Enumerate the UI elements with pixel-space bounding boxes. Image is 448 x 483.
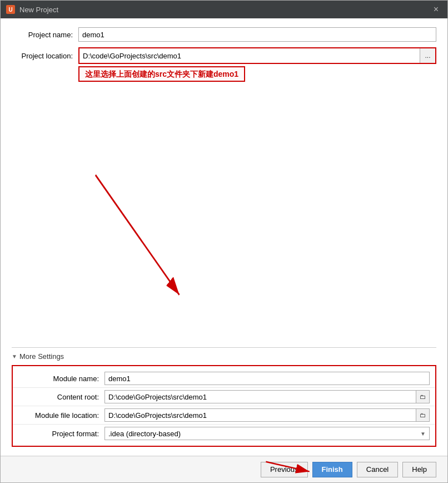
content-root-input[interactable]: [105, 391, 416, 403]
title-bar: U New Project ×: [1, 1, 447, 18]
annotation-text: 这里选择上面创建的src文件夹下新建demo1: [78, 66, 245, 82]
expand-icon: ▼: [12, 353, 17, 359]
footer: Previous Finish Cancel Help: [1, 456, 447, 482]
help-button[interactable]: Help: [402, 462, 436, 477]
project-location-browse-button[interactable]: ...: [420, 48, 435, 63]
project-format-select[interactable]: .idea (directory-based): [105, 427, 420, 440]
project-location-label: Project location:: [12, 52, 78, 60]
project-location-row: Project location: ...: [12, 47, 436, 64]
arrow-area: [12, 85, 436, 347]
svg-line-1: [96, 175, 180, 294]
window-title: New Project: [19, 6, 58, 14]
previous-button[interactable]: Previous: [261, 462, 308, 477]
app-icon: U: [6, 5, 15, 14]
more-settings-section: ▼ More Settings Module name: Content roo…: [12, 347, 436, 447]
title-bar-left: U New Project: [6, 5, 58, 14]
annotation-box: 这里选择上面创建的src文件夹下新建demo1: [78, 70, 436, 80]
module-file-label: Module file location:: [18, 411, 104, 420]
project-format-select-box: .idea (directory-based) ▼: [104, 427, 430, 440]
content-root-row: Content root: 🗀: [13, 388, 435, 406]
select-arrow-icon: ▼: [420, 431, 429, 437]
more-settings-label: More Settings: [19, 352, 64, 361]
arrow-svg: [12, 85, 436, 347]
module-file-row: Module file location: 🗀: [13, 406, 435, 425]
module-file-browse-button[interactable]: 🗀: [416, 409, 429, 421]
project-name-row: Project name:: [12, 27, 436, 42]
content-root-input-box: 🗀: [104, 390, 430, 403]
project-name-label: Project name:: [12, 31, 78, 39]
new-project-dialog: U New Project × Project name: Project lo…: [0, 0, 448, 483]
dialog-content: Project name: Project location: ... 这里选择…: [1, 18, 447, 456]
project-name-input[interactable]: [78, 27, 436, 42]
folder-icon: 🗀: [420, 393, 426, 400]
folder-icon-2: 🗀: [420, 412, 426, 418]
content-root-browse-button[interactable]: 🗀: [416, 391, 429, 403]
main-area: ▼ More Settings Module name: Content roo…: [12, 85, 436, 447]
project-location-input[interactable]: [79, 48, 420, 63]
project-format-row: Project format: .idea (directory-based) …: [13, 425, 435, 442]
content-root-label: Content root:: [18, 393, 104, 401]
finish-button[interactable]: Finish: [312, 462, 352, 477]
cancel-button[interactable]: Cancel: [357, 462, 398, 477]
project-location-box: ...: [78, 47, 436, 64]
module-name-row: Module name:: [13, 369, 435, 388]
more-settings-box: Module name: Content root: 🗀: [12, 365, 436, 447]
close-button[interactable]: ×: [430, 3, 442, 16]
module-name-label: Module name:: [18, 374, 104, 383]
module-file-input[interactable]: [105, 409, 416, 421]
module-file-input-box: 🗀: [104, 408, 430, 422]
more-settings-header[interactable]: ▼ More Settings: [12, 352, 436, 361]
module-name-input[interactable]: [104, 372, 430, 385]
project-format-label: Project format:: [18, 430, 104, 438]
